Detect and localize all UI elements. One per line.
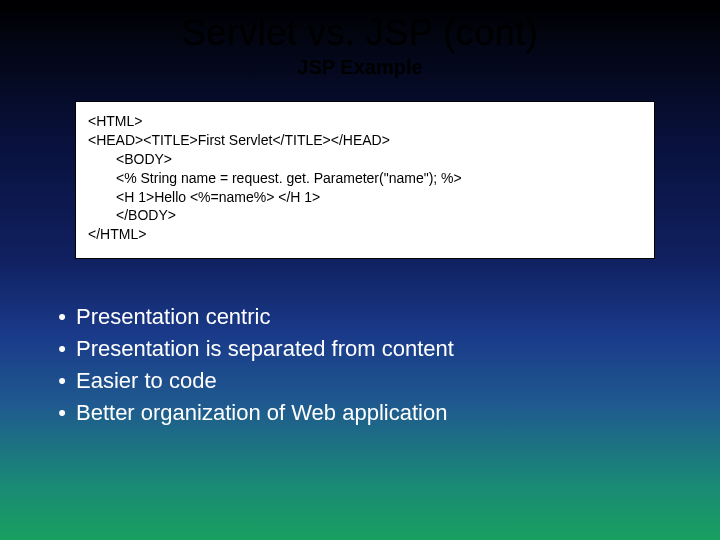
slide-subtitle: JSP Example bbox=[0, 56, 720, 79]
code-line: <% String name = request. get. Parameter… bbox=[88, 169, 642, 188]
bullet-dot-icon: • bbox=[48, 301, 76, 333]
bullet-text: Presentation is separated from content bbox=[76, 333, 720, 365]
list-item: • Presentation centric bbox=[48, 301, 720, 333]
bullet-dot-icon: • bbox=[48, 397, 76, 429]
list-item: • Better organization of Web application bbox=[48, 397, 720, 429]
bullet-dot-icon: • bbox=[48, 365, 76, 397]
code-line: </BODY> bbox=[88, 206, 642, 225]
code-line: <BODY> bbox=[88, 150, 642, 169]
code-line: </HTML> bbox=[88, 225, 642, 244]
bullet-list: • Presentation centric • Presentation is… bbox=[48, 301, 720, 429]
bullet-text: Presentation centric bbox=[76, 301, 720, 333]
bullet-text: Better organization of Web application bbox=[76, 397, 720, 429]
bullet-text: Easier to code bbox=[76, 365, 720, 397]
code-line: <H 1>Hello <%=name%> </H 1> bbox=[88, 188, 642, 207]
bullet-dot-icon: • bbox=[48, 333, 76, 365]
list-item: • Easier to code bbox=[48, 365, 720, 397]
code-line: <HTML> bbox=[88, 112, 642, 131]
code-example-box: <HTML> <HEAD><TITLE>First Servlet</TITLE… bbox=[75, 101, 655, 259]
code-line: <HEAD><TITLE>First Servlet</TITLE></HEAD… bbox=[88, 131, 642, 150]
slide-title: Servlet vs. JSP (cont) bbox=[0, 0, 720, 54]
list-item: • Presentation is separated from content bbox=[48, 333, 720, 365]
